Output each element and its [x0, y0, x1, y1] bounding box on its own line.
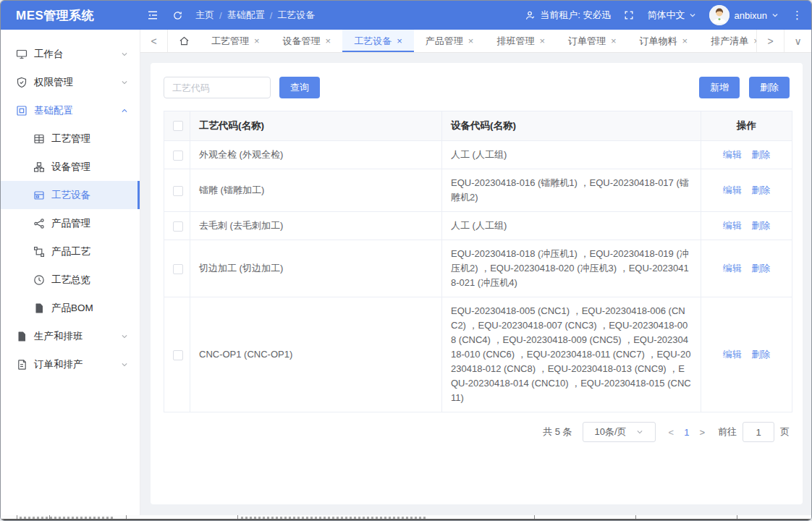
sidebar-item-process-management[interactable]: 工艺管理: [1, 124, 140, 153]
previous-page-button[interactable]: <: [669, 427, 674, 438]
process-overview-icon: [33, 274, 45, 286]
close-icon[interactable]: ×: [468, 35, 474, 46]
breadcrumb-section[interactable]: 基础配置: [227, 9, 265, 22]
tab-label: 订单管理: [568, 35, 606, 48]
sidebar-item-product-bom[interactable]: 产品BOM: [1, 294, 140, 322]
tab-process-equipment[interactable]: 工艺设备 ×: [342, 30, 414, 52]
language-switcher[interactable]: 简体中文: [647, 9, 696, 22]
tab-order-material[interactable]: 订单物料 ×: [628, 30, 700, 52]
shield-icon: [16, 77, 28, 88]
sidebar-item-process-equipment[interactable]: 工艺设备: [1, 181, 140, 209]
sidebar-item-production-shift[interactable]: 生产和排班: [1, 322, 140, 350]
delete-link[interactable]: 删除: [751, 220, 770, 231]
tabs-dropdown-button[interactable]: ∨: [784, 30, 811, 52]
open-tabs: 工艺管理 × 设备管理 × 工艺设备 × 产品管理 × 排班管理 ×: [200, 30, 756, 52]
select-all-checkbox[interactable]: [173, 121, 183, 131]
breadcrumb-current[interactable]: 工艺设备: [277, 9, 315, 22]
row-checkbox[interactable]: [173, 151, 183, 161]
edit-link[interactable]: 编辑: [723, 185, 742, 195]
delete-link[interactable]: 删除: [751, 185, 770, 195]
process-equipment-panel: 查询 新增 删除 工艺代码(名称) 设备代码(名称) 操作: [151, 63, 803, 504]
user-menu[interactable]: anbixun: [709, 5, 779, 25]
fullscreen-button[interactable]: [624, 10, 634, 20]
tab-label: 工艺设备: [354, 35, 392, 48]
mes-app-window: MES管理系统 主页 / 基础配置 / 工艺设备: [0, 0, 812, 521]
process-code-cell: 去毛刺 (去毛刺加工): [190, 212, 442, 240]
row-checkbox[interactable]: [173, 221, 183, 232]
edit-link[interactable]: 编辑: [723, 220, 742, 231]
edit-link[interactable]: 编辑: [723, 149, 742, 160]
edit-link[interactable]: 编辑: [723, 263, 742, 274]
header-right-tools: 当前租户: 安必迅 简体中文: [512, 5, 811, 25]
base-config-icon: [16, 105, 28, 117]
search-button[interactable]: 查询: [279, 77, 320, 98]
bom-icon: [33, 302, 45, 314]
delete-link[interactable]: 删除: [751, 263, 770, 274]
sidebar-item-label: 产品管理: [51, 217, 128, 230]
sidebar-item-label: 工艺管理: [51, 132, 128, 145]
page-size-select[interactable]: 10条/页: [583, 422, 656, 442]
top-header-bar: MES管理系统 主页 / 基础配置 / 工艺设备: [1, 1, 811, 30]
product-process-icon: [33, 246, 45, 258]
sidebar-item-process-overview[interactable]: 工艺总览: [1, 266, 140, 294]
breadcrumb-home[interactable]: 主页: [195, 9, 214, 22]
row-checkbox[interactable]: [173, 264, 183, 274]
sidebar-item-order-scheduling[interactable]: 订单和排产: [1, 350, 140, 378]
monitor-icon: [16, 48, 28, 60]
tenant-info: 当前租户: 安必迅: [525, 9, 611, 22]
close-icon[interactable]: ×: [682, 35, 688, 46]
close-icon[interactable]: ×: [539, 35, 545, 46]
sidebar-item-permission-management[interactable]: 权限管理: [1, 68, 140, 96]
tab-schedule-list[interactable]: 排产清单 ×: [699, 30, 756, 52]
page-unit-label: 页: [780, 425, 790, 439]
edit-link[interactable]: 编辑: [723, 349, 742, 360]
tab-shift-management[interactable]: 排班管理 ×: [485, 30, 557, 52]
page-size-value: 10条/页: [595, 425, 627, 439]
tabs-scroll-left-button[interactable]: <: [140, 30, 168, 52]
sidebar-item-label: 工艺设备: [51, 189, 126, 202]
close-icon[interactable]: ×: [254, 35, 260, 46]
tab-order-management[interactable]: 订单管理 ×: [557, 30, 628, 52]
tabs-scroll-right-button[interactable]: >: [756, 30, 784, 52]
close-icon[interactable]: ×: [611, 35, 617, 46]
sidebar-item-product-process[interactable]: 产品工艺: [1, 237, 140, 266]
row-checkbox[interactable]: [173, 350, 183, 360]
tab-bar: < 工艺管理 × 设备管理 × 工艺设备: [140, 30, 811, 53]
delete-link[interactable]: 删除: [751, 149, 770, 160]
breadcrumb: 主页 / 基础配置 / 工艺设备: [195, 9, 315, 22]
sidebar-item-workbench[interactable]: 工作台: [1, 40, 140, 68]
tab-equipment-management[interactable]: 设备管理 ×: [271, 30, 343, 52]
menu-fold-icon[interactable]: [140, 9, 165, 21]
table-header-row: 工艺代码(名称) 设备代码(名称) 操作: [164, 111, 792, 141]
more-options-icon[interactable]: ⋮: [792, 9, 803, 22]
sidebar-item-label: 产品BOM: [51, 302, 128, 315]
add-button[interactable]: 新增: [699, 77, 740, 98]
sidebar-item-basic-config[interactable]: 基础配置: [1, 96, 140, 124]
chevron-down-icon: [121, 361, 128, 368]
next-page-button[interactable]: >: [699, 427, 705, 438]
goto-page-input[interactable]: [743, 422, 774, 442]
sidebar-item-product-management[interactable]: 产品管理: [1, 209, 140, 237]
close-icon[interactable]: ×: [397, 35, 402, 46]
home-tab-button[interactable]: [168, 30, 200, 52]
equipment-code-cell: EQU-20230418-016 (镭雕机1) ，EQU-20230418-01…: [442, 169, 701, 212]
process-code-cell: 镭雕 (镭雕加工): [190, 169, 442, 212]
delete-button[interactable]: 删除: [749, 77, 790, 98]
column-header-actions: 操作: [701, 111, 792, 141]
table-row: 切边加工 (切边加工) EQU-20230418-018 (冲压机1) ，EQU…: [164, 240, 792, 297]
main-area: < 工艺管理 × 设备管理 × 工艺设备: [140, 30, 811, 515]
process-code-search-input[interactable]: [164, 77, 271, 98]
tab-process-management[interactable]: 工艺管理 ×: [200, 30, 271, 52]
delete-link[interactable]: 删除: [751, 349, 770, 360]
refresh-icon[interactable]: [165, 10, 190, 21]
row-checkbox[interactable]: [173, 186, 183, 196]
tab-product-management[interactable]: 产品管理 ×: [414, 30, 486, 52]
process-management-icon: [33, 133, 45, 145]
process-equipment-table: 工艺代码(名称) 设备代码(名称) 操作 外观全检 (外观全检) 人工 (人工组…: [164, 111, 792, 412]
current-page-number[interactable]: 1: [684, 427, 689, 438]
chevron-down-icon: [121, 333, 128, 340]
sidebar-item-label: 生产和排班: [34, 330, 121, 343]
column-header-process-code: 工艺代码(名称): [190, 111, 442, 141]
close-icon[interactable]: ×: [326, 35, 331, 46]
sidebar-item-equipment-management[interactable]: 设备管理: [1, 153, 140, 181]
